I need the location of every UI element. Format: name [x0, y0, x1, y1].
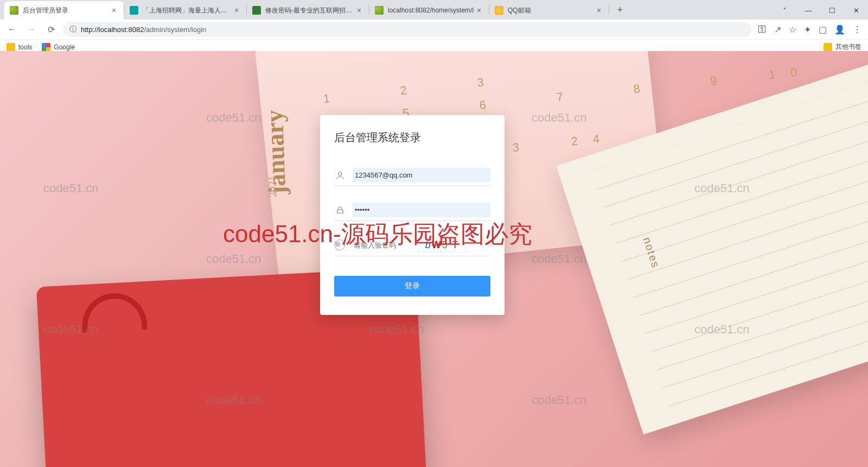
- tab-admin-login[interactable]: 后台管理员登录 ×: [4, 1, 124, 20]
- close-icon[interactable]: ×: [110, 6, 118, 15]
- password-input[interactable]: [353, 203, 490, 217]
- site-l-icon: [252, 6, 261, 15]
- svg-rect-1: [337, 210, 343, 213]
- tab-title: 修改密码-最专业的互联网招聘平: [265, 6, 355, 15]
- profile-icon[interactable]: 👤: [834, 24, 845, 35]
- tab-title: QQ邮箱: [508, 6, 595, 15]
- password-row: [334, 199, 490, 221]
- address-bar[interactable]: ⓘ http://localhost:8082/admin/system/log…: [63, 22, 751, 37]
- bookmark-star-icon[interactable]: ☆: [789, 24, 796, 35]
- url-path: /admin/system/login: [144, 26, 206, 34]
- site-b-icon: [130, 6, 138, 15]
- bookmark-label: tools: [18, 43, 32, 51]
- close-icon[interactable]: ×: [475, 6, 483, 15]
- tab-qq-mail[interactable]: QQ邮箱 ×: [489, 1, 609, 20]
- url-scheme: http://: [81, 26, 99, 34]
- username-input[interactable]: [353, 168, 490, 182]
- window-close-button[interactable]: ✕: [844, 7, 868, 15]
- maximize-button[interactable]: ☐: [820, 7, 844, 15]
- lock-icon: [334, 204, 346, 216]
- window-controls: ˅ — ☐ ✕: [773, 1, 868, 20]
- url-port: :8082: [126, 26, 144, 34]
- leaf-icon: [375, 6, 384, 15]
- bookmark-label: Google: [54, 43, 75, 51]
- captcha-icon: 验: [334, 239, 345, 250]
- url-host: localhost: [99, 26, 126, 34]
- login-form: 后台管理系统登录 验 bW5 T 登录: [320, 115, 505, 315]
- user-icon: [334, 169, 346, 181]
- menu-icon[interactable]: ⋮: [853, 24, 861, 35]
- back-button[interactable]: ←: [4, 22, 20, 37]
- url-text: http://localhost:8082/admin/system/login: [81, 26, 206, 34]
- captcha-image[interactable]: bW5 T: [418, 237, 467, 253]
- qq-icon: [495, 6, 503, 15]
- tabs-dropdown-icon[interactable]: ˅: [773, 7, 796, 15]
- password-key-icon[interactable]: ⚿: [758, 24, 767, 34]
- share-icon[interactable]: ↗: [774, 24, 781, 35]
- tab-separator: [609, 5, 609, 15]
- sidepanel-icon[interactable]: ▢: [819, 24, 827, 35]
- tab-title: 后台管理员登录: [23, 6, 110, 15]
- extensions-icon[interactable]: ✦: [804, 24, 811, 35]
- folder-icon: [7, 43, 15, 52]
- tab-title: localhost:8082/home/system/l: [388, 7, 475, 14]
- folder-icon: [824, 43, 832, 52]
- site-info-icon[interactable]: ⓘ: [69, 24, 76, 34]
- browser-chrome: 后台管理员登录 × 「上海招聘网」海量上海人才招聘 × 修改密码-最专业的互联网…: [0, 0, 868, 51]
- address-row: ← → ⟳ ⓘ http://localhost:8082/admin/syst…: [0, 20, 868, 39]
- tab-localhost-home[interactable]: localhost:8082/home/system/l ×: [369, 1, 489, 20]
- other-bookmarks[interactable]: 其他书签: [824, 42, 861, 52]
- new-tab-button[interactable]: +: [612, 2, 628, 17]
- year-label: 2021: [266, 175, 279, 198]
- google-icon: [42, 43, 50, 52]
- tab-change-password[interactable]: 修改密码-最专业的互联网招聘平 ×: [247, 1, 369, 20]
- captcha-input[interactable]: [352, 238, 411, 253]
- close-icon[interactable]: ×: [355, 6, 363, 15]
- bookmark-tools[interactable]: tools: [7, 43, 32, 52]
- minimize-button[interactable]: —: [796, 7, 820, 15]
- reload-button[interactable]: ⟳: [43, 22, 59, 37]
- close-icon[interactable]: ×: [232, 6, 241, 15]
- tabs-row: 后台管理员登录 × 「上海招聘网」海量上海人才招聘 × 修改密码-最专业的互联网…: [0, 0, 868, 20]
- forward-button[interactable]: →: [24, 22, 39, 37]
- login-button[interactable]: 登录: [334, 276, 490, 296]
- login-title: 后台管理系统登录: [334, 130, 490, 145]
- page-content: 1 2 3 4 5 6 7 8 9 10 17 21 22 23 24 janu…: [0, 51, 868, 467]
- tab-title: 「上海招聘网」海量上海人才招聘: [143, 6, 232, 15]
- leaf-icon: [10, 6, 18, 15]
- bookmark-label: 其他书签: [835, 42, 861, 52]
- captcha-row: 验 bW5 T: [334, 234, 490, 256]
- tab-shanghai-jobs[interactable]: 「上海招聘网」海量上海人才招聘 ×: [124, 1, 246, 20]
- toolbar-icons: ⚿ ↗ ☆ ✦ ▢ 👤 ⋮: [756, 24, 864, 35]
- close-icon[interactable]: ×: [595, 6, 603, 15]
- username-row: [334, 165, 490, 186]
- bookmark-google[interactable]: Google: [42, 43, 75, 52]
- svg-point-0: [339, 172, 342, 175]
